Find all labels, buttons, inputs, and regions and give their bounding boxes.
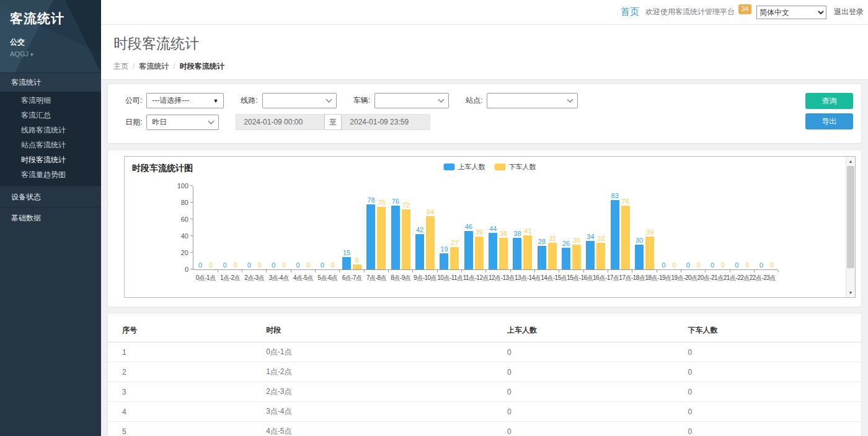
bar-value-label: 39 [476, 229, 483, 236]
bar-value-label: 78 [367, 196, 374, 204]
vehicle-filter: 车辆: [353, 93, 449, 108]
bar-value-label: 0 [272, 261, 275, 269]
sidebar-submenu: 客流明细客流汇总线路客流统计站点客流统计时段客流统计客流量趋势图 [0, 92, 101, 186]
bar-value-label: 0 [321, 261, 324, 269]
table-row: 10点-1点00 [108, 342, 861, 362]
sidebar-item[interactable]: 客流明细 [0, 93, 101, 108]
chart-area: 020406080100 0点-1点1点-2点2点-3点3点-4点4点-5点5点… [173, 186, 778, 270]
table-cell: 2点-3点 [266, 382, 507, 402]
table-cell: 3 [108, 382, 266, 402]
table-cell: 2 [108, 362, 266, 382]
table-cell: 4 [108, 402, 266, 422]
breadcrumb-link[interactable]: 客流统计 [139, 62, 169, 71]
language-select[interactable]: 简体中文 [756, 6, 826, 19]
bar-group: 00 [193, 186, 218, 269]
bar-下车人数: 39 [645, 237, 654, 269]
date-from-input[interactable] [236, 114, 324, 130]
table-row: 32点-3点00 [108, 382, 861, 402]
bar-value-label: 0 [209, 261, 213, 269]
bar-下车人数: 38 [499, 238, 508, 269]
bar-group: 00 [755, 186, 779, 269]
bar-下车人数: 32 [548, 243, 557, 269]
bar-下车人数: 41 [523, 235, 532, 269]
content: 公司: ---请选择--- ▼ 线路: 车辆 [101, 79, 868, 436]
sidebar-item[interactable]: 站点客流统计 [0, 137, 101, 152]
bar-value-label: 39 [646, 229, 653, 236]
bar-value-label: 0 [282, 261, 286, 269]
bar-value-label: 42 [416, 226, 423, 233]
sidebar-item[interactable]: 线路客流统计 [0, 123, 101, 137]
scrollbar-up-arrow-icon[interactable]: ▲ [846, 157, 855, 166]
user-dropdown[interactable]: AQGJ▾ [10, 50, 91, 58]
main-area: 首页 欢迎使用客流统计管理平台 34 简体中文 退出登录 时段客流统计 主页/客… [101, 0, 868, 436]
app-logo-title: 客流统计 [10, 10, 91, 27]
bar-group: 00 [242, 186, 267, 269]
sidebar-section[interactable]: 客流统计 [0, 72, 101, 92]
y-axis-tick-mark [190, 219, 193, 219]
bar-上车人数: 78 [366, 204, 375, 269]
x-axis-label: 15点-16点 [567, 271, 593, 282]
chart-plot: 0点-1点1点-2点2点-3点3点-4点4点-5点5点-6点6点-7点7点-8点… [193, 186, 778, 270]
chart-title: 时段车流统计图 [132, 163, 193, 174]
date-preset-select[interactable]: 昨日 [146, 115, 219, 130]
export-button[interactable]: 导出 [805, 113, 853, 129]
legend-swatch [495, 164, 506, 170]
scrollbar-thumb[interactable] [847, 166, 854, 268]
logout-link[interactable]: 退出登录 [834, 7, 864, 17]
bar-value-label: 44 [489, 225, 497, 232]
date-to-input[interactable] [342, 114, 430, 130]
table-row: 21点-2点00 [108, 362, 861, 382]
legend-label: 上车人数 [458, 162, 485, 172]
chart-box: 时段车流统计图 上车人数下车人数 020406080100 0点-1点1点-2点… [124, 156, 856, 298]
bar-value-label: 38 [500, 230, 507, 237]
scrollbar-down-arrow-icon[interactable]: ▼ [846, 288, 855, 297]
bar-value-label: 0 [296, 261, 299, 269]
line-select[interactable] [262, 93, 337, 108]
filter-row-1: 公司: ---请选择--- ▼ 线路: 车辆 [125, 93, 852, 108]
x-axis-label: 14点-15点 [541, 271, 567, 282]
bar-value-label: 6 [355, 256, 359, 264]
bar-group: 00 [706, 186, 730, 269]
sidebar-item[interactable]: 基础数据 [0, 207, 101, 228]
y-axis-tick-label: 20 [181, 250, 188, 256]
sidebar-item[interactable]: 设备状态 [0, 186, 101, 207]
bar-group: 3039 [632, 186, 657, 269]
breadcrumb-current: 时段客流统计 [180, 62, 224, 71]
bar-上车人数: 44 [489, 233, 497, 269]
caret-down-icon: ▾ [30, 51, 33, 58]
bar-上车人数: 15 [342, 257, 351, 269]
table-cell: 0 [688, 342, 861, 362]
bar-value-label: 76 [622, 198, 629, 205]
sidebar-menu: 客流统计客流明细客流汇总线路客流统计站点客流统计时段客流统计客流量趋势图设备状态… [0, 72, 101, 228]
station-select[interactable] [487, 93, 578, 108]
bar-value-label: 30 [573, 237, 580, 244]
bar-value-label: 0 [760, 261, 763, 269]
bar-上车人数: 28 [538, 246, 546, 269]
chevron-down-icon [326, 97, 332, 103]
home-link[interactable]: 首页 [621, 6, 639, 18]
bar-value-label: 0 [686, 261, 690, 269]
x-axis-label: 4点-5点 [291, 271, 315, 282]
company-select[interactable]: ---请选择--- ▼ [146, 93, 224, 108]
filter-panel: 公司: ---请选择--- ▼ 线路: 车辆 [107, 84, 862, 144]
date-filter: 日期: 昨日 [125, 115, 219, 130]
table-cell: 0 [688, 382, 861, 402]
bar-group: 3432 [583, 186, 608, 269]
bar-group: 00 [657, 186, 681, 269]
chevron-down-icon [567, 97, 574, 103]
bar-value-label: 0 [198, 261, 202, 269]
chart-scrollbar[interactable]: ▲ ▼ [846, 157, 855, 297]
query-button[interactable]: 查询 [805, 93, 853, 109]
bar-group: 2630 [559, 186, 583, 269]
legend-swatch [444, 164, 455, 170]
table-cell: 0 [688, 422, 861, 436]
vehicle-select[interactable] [374, 93, 449, 108]
line-label: 线路: [241, 95, 257, 106]
table-cell: 0 [688, 402, 861, 422]
breadcrumb-link[interactable]: 主页 [113, 62, 128, 71]
sidebar-item[interactable]: 客流汇总 [0, 108, 101, 123]
notification-badge: 34 [738, 4, 751, 14]
sidebar-item[interactable]: 客流量趋势图 [0, 167, 101, 182]
topbar: 首页 欢迎使用客流统计管理平台 34 简体中文 退出登录 [101, 0, 868, 25]
sidebar-item[interactable]: 时段客流统计 [0, 152, 101, 167]
